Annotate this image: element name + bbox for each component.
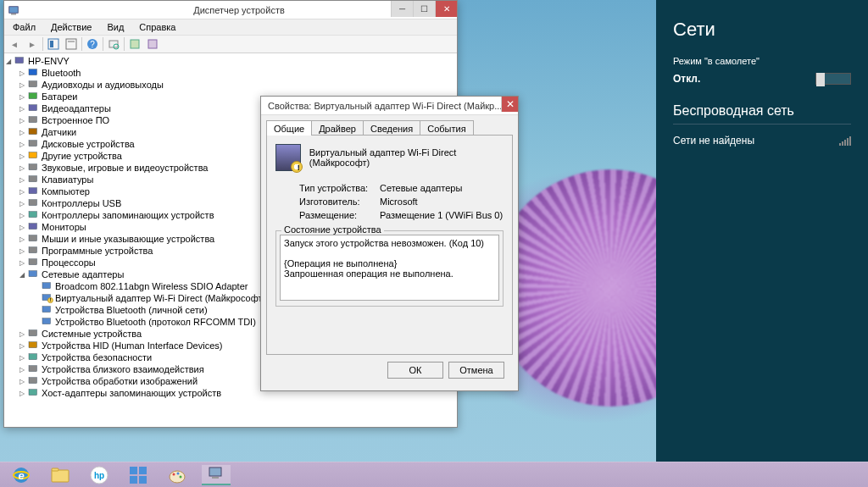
expand-arrow[interactable]: ▷ [18, 164, 26, 172]
svg-rect-47 [52, 468, 58, 471]
cancel-button[interactable]: Отмена [448, 362, 504, 379]
expand-arrow[interactable]: ▷ [18, 69, 26, 77]
device-manager-titlebar[interactable]: Диспетчер устройств ─ ☐ ✕ [4, 1, 457, 19]
svg-rect-59 [212, 477, 219, 479]
svg-rect-25 [29, 212, 36, 218]
taskbar-app-icon[interactable] [124, 465, 153, 485]
menu-file[interactable]: Файл [8, 21, 41, 33]
expand-arrow[interactable]: ▷ [18, 224, 26, 231]
svg-rect-24 [29, 200, 36, 206]
expand-arrow[interactable]: ▷ [18, 247, 26, 255]
maximize-button[interactable]: ☐ [413, 1, 435, 17]
expand-arrow[interactable]: ▷ [18, 129, 26, 136]
ok-button[interactable]: ОК [387, 362, 443, 379]
tree-item-label: Сетевые адаптеры [42, 269, 124, 279]
tree-item-label: Компьютер [42, 186, 90, 196]
expand-arrow[interactable]: ▷ [18, 235, 26, 243]
expand-arrow[interactable]: ▷ [18, 342, 26, 350]
expand-arrow[interactable]: ◢ [4, 58, 13, 65]
tree-item-label: Устройства безопасности [42, 352, 152, 362]
toolbar-btn-2[interactable] [63, 36, 80, 52]
toolbar-btn-4[interactable] [144, 36, 161, 52]
tree-root[interactable]: ◢HP-ENVY [4, 55, 457, 67]
svg-rect-28 [29, 247, 36, 253]
tab-general[interactable]: Общие [266, 120, 312, 136]
expand-arrow[interactable]: ▷ [18, 200, 26, 208]
expand-arrow[interactable]: ▷ [18, 366, 26, 374]
keyboard-icon [28, 174, 40, 185]
toolbar-btn-3[interactable] [126, 36, 143, 52]
storage-icon [28, 210, 40, 220]
expand-arrow[interactable]: ▷ [18, 117, 26, 125]
tab-details[interactable]: Сведения [363, 120, 420, 136]
image-icon [28, 376, 40, 386]
device-name-label: Виртуальный адаптер Wi-Fi Direct (Майкро… [309, 144, 504, 171]
taskbar-devmgr-icon[interactable] [202, 465, 231, 485]
expand-arrow[interactable]: ▷ [18, 176, 26, 184]
menu-action[interactable]: Действие [46, 21, 97, 33]
tree-item[interactable]: ▷Аудиовходы и аудиовыходы [4, 79, 457, 91]
tree-item[interactable]: ▷Bluetooth [4, 67, 457, 79]
expand-arrow[interactable]: ▷ [18, 212, 26, 219]
menu-view[interactable]: Вид [102, 21, 129, 33]
device-status-text[interactable] [280, 235, 499, 301]
nav-back-button[interactable]: ◄ [6, 36, 23, 52]
taskbar-paint-icon[interactable] [163, 465, 192, 485]
menu-help[interactable]: Справка [134, 21, 181, 33]
svg-rect-23 [29, 188, 36, 194]
tree-item-label: Устройства HID (Human Interface Devices) [42, 340, 222, 351]
expand-arrow[interactable]: ▷ [18, 330, 26, 338]
expand-arrow[interactable]: ▷ [18, 354, 26, 362]
svg-point-57 [180, 475, 182, 478]
expand-arrow[interactable]: ▷ [18, 390, 26, 397]
svg-rect-1 [11, 14, 16, 15]
airplane-mode-state: Откл. [673, 73, 700, 85]
expand-arrow[interactable]: ▷ [18, 188, 26, 196]
disk-icon [28, 139, 40, 149]
sound-icon [28, 163, 40, 173]
networks-charm: Сети Режим "в самолете" Откл. Беспроводн… [656, 0, 868, 462]
no-networks-label: Сети не найдены [673, 135, 754, 147]
expand-arrow[interactable]: ▷ [18, 259, 26, 267]
svg-rect-19 [29, 141, 36, 147]
tab-driver[interactable]: Драйвер [311, 120, 364, 136]
toolbar-help-button[interactable]: ? [84, 36, 101, 52]
expand-arrow[interactable]: ▷ [18, 378, 26, 385]
close-button[interactable]: ✕ [435, 1, 457, 17]
expand-arrow[interactable]: ▷ [18, 81, 26, 89]
minimize-button[interactable]: ─ [391, 1, 413, 17]
root-icon [14, 56, 26, 66]
expand-arrow[interactable]: ▷ [18, 93, 26, 101]
taskbar-ie-icon[interactable]: e [7, 465, 36, 485]
toolbar: ◄ ► ? [4, 35, 457, 53]
svg-rect-3 [50, 41, 53, 47]
taskbar-hp-icon[interactable]: hp [85, 465, 114, 485]
svg-point-55 [173, 473, 175, 475]
svg-rect-10 [131, 40, 139, 48]
expand-arrow[interactable]: ▷ [18, 105, 26, 113]
chip-icon [28, 115, 40, 125]
toolbar-scan-button[interactable] [105, 36, 122, 52]
properties-close-button[interactable]: ✕ [501, 97, 518, 112]
nav-forward-button[interactable]: ► [24, 36, 41, 52]
tree-item-label: Дисковые устройства [42, 139, 135, 149]
expand-arrow[interactable]: ▷ [18, 141, 26, 148]
svg-rect-52 [130, 476, 137, 484]
svg-rect-26 [29, 224, 36, 230]
properties-titlebar[interactable]: Свойства: Виртуальный адаптер Wi-Fi Dire… [261, 97, 518, 115]
tab-events[interactable]: События [420, 120, 473, 136]
svg-rect-11 [148, 40, 157, 48]
taskbar[interactable]: e hp [0, 462, 868, 487]
expand-arrow[interactable]: ◢ [18, 271, 26, 279]
cpu-icon [28, 257, 40, 268]
svg-rect-27 [29, 235, 36, 241]
toolbar-btn-1[interactable] [45, 36, 62, 52]
host-icon [28, 388, 40, 398]
svg-rect-38 [29, 342, 36, 348]
svg-rect-15 [29, 93, 36, 99]
expand-arrow[interactable]: ▷ [18, 152, 26, 160]
svg-rect-29 [29, 259, 36, 265]
airplane-mode-toggle[interactable] [815, 73, 851, 85]
svg-text:!: ! [50, 297, 52, 302]
taskbar-explorer-icon[interactable] [46, 465, 75, 485]
